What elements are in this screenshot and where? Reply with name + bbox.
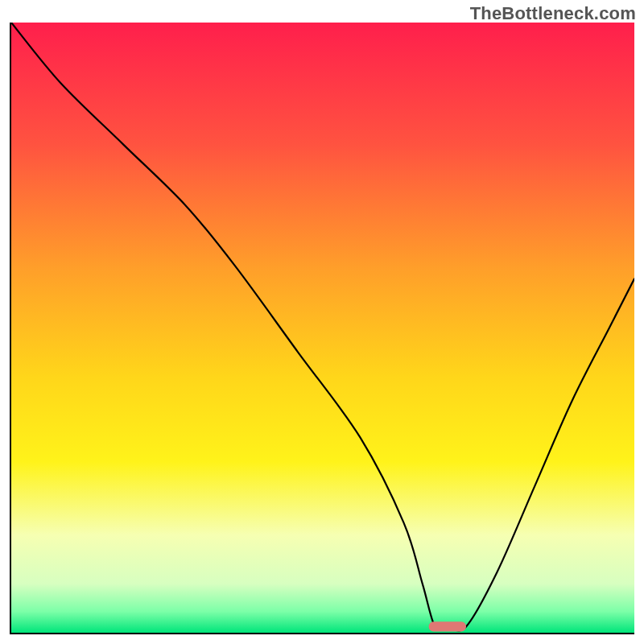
chart-svg xyxy=(11,23,634,633)
plot-area xyxy=(10,23,634,634)
gradient-background xyxy=(11,23,634,633)
watermark-text: TheBottleneck.com xyxy=(470,3,636,24)
optimal-range-marker xyxy=(429,621,466,631)
chart-stage: TheBottleneck.com xyxy=(0,0,644,644)
